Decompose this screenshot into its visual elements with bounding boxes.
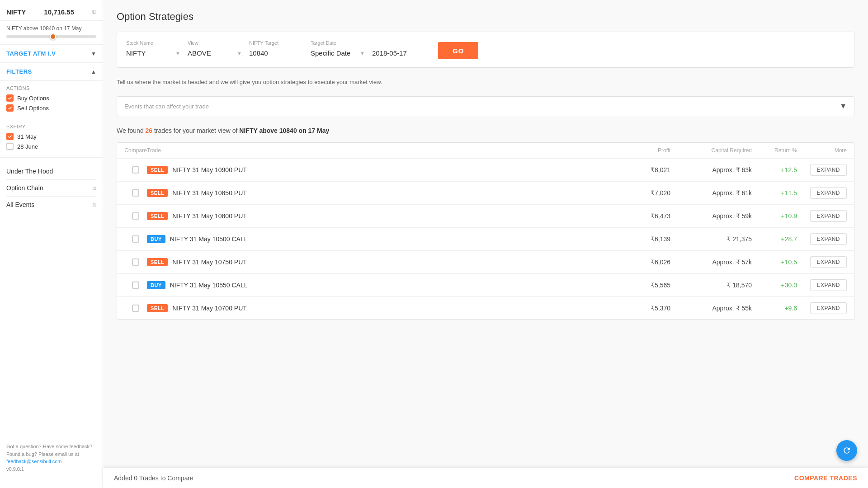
target-input[interactable] (249, 47, 294, 59)
trade-info-cell: SELL NIFTY 31 May 10900 PUT (147, 166, 612, 174)
col-compare-header: Compare (124, 147, 147, 154)
table-row: BUY NIFTY 31 May 10500 CALL ₹6,139 ₹ 21,… (117, 228, 854, 251)
trade-name: NIFTY 31 May 10850 PUT (172, 189, 247, 197)
events-chevron-icon: ▼ (840, 102, 847, 110)
trade-name: NIFTY 31 May 10750 PUT (172, 258, 247, 266)
hint-text: Tell us where the market is headed and w… (117, 77, 854, 87)
fab-button[interactable] (836, 440, 857, 461)
expand-button-6[interactable]: EXPAND (810, 302, 847, 314)
filters-section[interactable]: FILTERS ▲ (0, 63, 103, 81)
target-info: NIFTY above 10840 on 17 May (0, 21, 103, 45)
return-cell: +12.5 (752, 166, 797, 174)
capital-cell: ₹ 18,570 (670, 282, 752, 289)
profit-cell: ₹6,473 (612, 212, 670, 220)
capital-cell: Approx. ₹ 61k (670, 189, 752, 197)
trade-type-badge: BUY (147, 281, 165, 289)
return-cell: +9.6 (752, 305, 797, 312)
external-link-icon[interactable]: ⧉ (92, 9, 96, 16)
nifty-header: NIFTY 10,716.55 ⧉ (0, 0, 103, 21)
june-expiry-filter[interactable]: 28 June (6, 143, 96, 150)
target-date-select[interactable]: Specific Date ▼ (311, 47, 365, 59)
return-cell: +11.5 (752, 189, 797, 197)
target-date-type-field: Target Date Specific Date ▼ (311, 40, 365, 59)
compare-trades-button[interactable]: COMPARE TRADES (794, 474, 857, 482)
expand-button-3[interactable]: EXPAND (810, 233, 847, 245)
target-atm-chevron-icon: ▼ (91, 51, 96, 57)
stock-name-select[interactable]: NIFTY ▼ (126, 47, 180, 59)
under-the-hood-label: Under The Hood (6, 168, 53, 175)
target-slider[interactable] (6, 35, 96, 38)
date-input[interactable] (372, 47, 426, 59)
col-return-header: Return % (752, 147, 797, 154)
return-cell: +28.7 (752, 235, 797, 243)
compare-checkbox-cell (124, 235, 147, 243)
compare-checkbox-0[interactable] (132, 166, 139, 174)
expand-cell: EXPAND (797, 164, 847, 176)
may-expiry-filter[interactable]: 31 May (6, 133, 96, 140)
expand-button-5[interactable]: EXPAND (810, 279, 847, 291)
results-prefix: We found (117, 127, 146, 134)
sidebar-item-option-chain[interactable]: Option Chain ⧉ (6, 180, 96, 197)
may-expiry-checkbox[interactable] (6, 133, 14, 140)
table-row: SELL NIFTY 31 May 10700 PUT ₹5,370 Appro… (117, 297, 854, 319)
expand-cell: EXPAND (797, 233, 847, 245)
compare-checkbox-4[interactable] (132, 258, 139, 266)
capital-cell: Approx. ₹ 55k (670, 305, 752, 312)
sell-options-filter[interactable]: Sell Options (6, 104, 96, 112)
compare-checkbox-6[interactable] (132, 305, 139, 312)
compare-checkbox-cell (124, 258, 147, 266)
view-chevron-icon: ▼ (237, 51, 242, 56)
expand-button-0[interactable]: EXPAND (810, 164, 847, 176)
sell-options-checkbox[interactable] (6, 104, 14, 112)
profit-cell: ₹5,565 (612, 282, 670, 289)
target-atm-label: TARGET ATM I.V (6, 50, 56, 57)
sidebar-item-all-events[interactable]: All Events ⧉ (6, 197, 96, 213)
trade-type-badge: SELL (147, 166, 168, 174)
stock-name-field: Stock Name NIFTY ▼ (126, 40, 180, 59)
expand-button-2[interactable]: EXPAND (810, 210, 847, 222)
expand-button-4[interactable]: EXPAND (810, 256, 847, 268)
nifty-value: NIFTY (6, 8, 26, 16)
all-events-label: All Events (6, 201, 34, 208)
trade-name: NIFTY 31 May 10550 CALL (170, 282, 248, 289)
sidebar-footer: Got a question? Have some feedback? Foun… (0, 436, 103, 479)
trade-type-badge: SELL (147, 304, 168, 312)
trade-type-badge: SELL (147, 212, 168, 220)
version-label: v0.9.0.1 (6, 466, 24, 472)
results-bold: NIFTY above 10840 on 17 May (239, 127, 329, 134)
go-button[interactable]: GO (438, 42, 478, 59)
compare-checkbox-5[interactable] (132, 282, 139, 289)
stock-name-value: NIFTY (126, 49, 146, 57)
compare-checkbox-cell (124, 166, 147, 174)
capital-cell: Approx. ₹ 63k (670, 166, 752, 174)
compare-checkbox-3[interactable] (132, 235, 139, 243)
target-date-chevron-icon: ▼ (360, 51, 365, 56)
sidebar-item-under-the-hood[interactable]: Under The Hood (6, 163, 96, 180)
sell-options-label: Sell Options (17, 105, 49, 112)
trade-name: NIFTY 31 May 10800 PUT (172, 212, 247, 220)
buy-options-filter[interactable]: Buy Options (6, 94, 96, 102)
buy-options-checkbox[interactable] (6, 94, 14, 102)
trade-type-badge: SELL (147, 258, 168, 266)
actions-filter-group: Actions Buy Options Sell Options (0, 81, 103, 119)
main-content: Option Strategies Stock Name NIFTY ▼ Vie… (103, 0, 868, 488)
compare-checkbox-2[interactable] (132, 212, 139, 220)
footer-email-link[interactable]: feedback@sensibull.com (6, 459, 61, 464)
compare-checkbox-cell (124, 305, 147, 312)
june-expiry-checkbox[interactable] (6, 143, 14, 150)
expand-button-1[interactable]: EXPAND (810, 187, 847, 199)
profit-cell: ₹7,020 (612, 189, 670, 197)
compare-checkbox-cell (124, 212, 147, 220)
stock-name-label: Stock Name (126, 40, 180, 46)
expand-cell: EXPAND (797, 302, 847, 314)
sidebar: NIFTY 10,716.55 ⧉ NIFTY above 10840 on 1… (0, 0, 103, 488)
compare-checkbox-1[interactable] (132, 189, 139, 197)
events-dropdown[interactable]: Events that can affect your trade ▼ (117, 96, 854, 116)
trade-name: NIFTY 31 May 10500 CALL (170, 235, 248, 243)
target-info-text: NIFTY above 10840 on 17 May (6, 25, 82, 32)
view-select[interactable]: ABOVE ▼ (188, 47, 242, 59)
stock-name-chevron-icon: ▼ (175, 51, 180, 56)
slider-fill (6, 35, 56, 38)
target-atm-section[interactable]: TARGET ATM I.V ▼ (0, 45, 103, 63)
filters-chevron-icon: ▲ (91, 69, 96, 75)
